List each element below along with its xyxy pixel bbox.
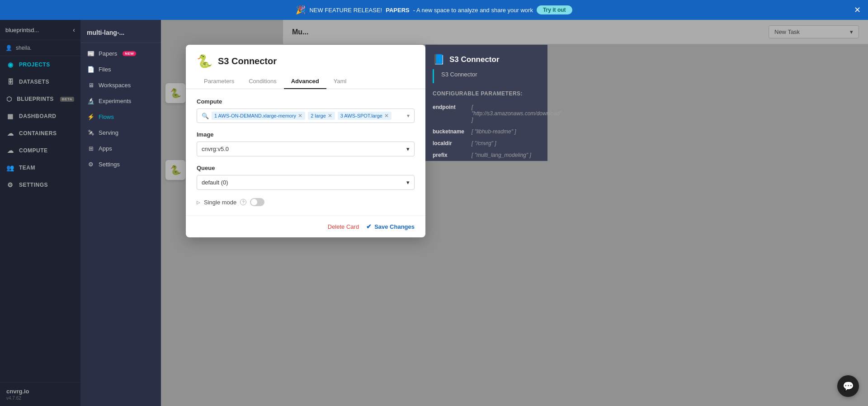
- save-changes-button[interactable]: ✔ Save Changes: [366, 223, 415, 230]
- sidebar-item-settings[interactable]: ⚙ SETTINGS: [0, 176, 80, 194]
- sidebar-item-label: SETTINGS: [19, 182, 48, 188]
- sidebar-item-dashboard[interactable]: ▦ DASHBOARD: [0, 108, 80, 125]
- second-sidebar-item-settings[interactable]: ⚙ Settings: [80, 156, 161, 172]
- queue-select[interactable]: default (0) ▾: [197, 175, 415, 190]
- flows-label: Flows: [99, 113, 114, 120]
- chevron-down-icon: ▾: [406, 179, 410, 186]
- sidebar-item-team[interactable]: 👥 TEAM: [0, 159, 80, 176]
- sidebar-item-datasets[interactable]: 🗄 DATASETS: [0, 73, 80, 90]
- compute-tag-2: 2 large ✕: [308, 112, 335, 120]
- new-badge: NEW: [123, 51, 136, 56]
- apps-label: Apps: [99, 145, 112, 152]
- try-it-out-button[interactable]: Try it out: [537, 5, 572, 14]
- param-name-prefix: prefix: [433, 152, 469, 158]
- banner-papers: PAPERS: [386, 7, 410, 14]
- image-value: cnvrg:v5.0: [202, 146, 229, 152]
- sidebar-item-label: TEAM: [19, 165, 35, 171]
- remove-tag-3[interactable]: ✕: [384, 113, 389, 119]
- modal-backdrop: 🐍 S3 Connector Parameters Conditions Adv…: [161, 20, 868, 406]
- help-icon[interactable]: ?: [240, 199, 246, 205]
- second-sidebar-header: multi-lang-...: [80, 25, 161, 43]
- param-endpoint: endpoint [ "http://s3.amazonaws.com/down…: [425, 101, 547, 126]
- right-panel-subtitle: S3 Connector: [433, 69, 540, 83]
- sidebar-nav: ◉ PROJECTS 🗄 DATASETS ⬡ BLUEPRINTS BETA …: [0, 56, 80, 382]
- banner-feature-text: NEW FEATURE RELEASE!: [309, 7, 382, 14]
- project-name: blueprintsd...: [5, 27, 39, 33]
- chat-icon: 💬: [843, 381, 854, 392]
- serving-label: Serving: [99, 129, 118, 136]
- papers-label: Papers: [99, 50, 117, 57]
- second-sidebar-item-experiments[interactable]: 🔬 Experiments: [80, 93, 161, 109]
- right-panel-header: 📘 S3 Connector: [425, 45, 547, 69]
- containers-icon: ☁: [6, 130, 14, 137]
- single-mode-row: ▷ Single mode ?: [197, 198, 415, 206]
- sidebar-item-compute[interactable]: ☁ COMPUTE: [0, 142, 80, 159]
- check-icon: ✔: [366, 223, 372, 230]
- chevron-down-icon: ▾: [406, 146, 410, 152]
- configurable-params-label: Configurable Parameters:: [425, 90, 547, 101]
- left-sidebar: blueprintsd... ‹ 👤 sheila. ◉ PROJECTS 🗄 …: [0, 20, 80, 406]
- param-bucketname: bucketname [ "libhub-readme" ]: [425, 126, 547, 137]
- sidebar-item-label: CONTAINERS: [19, 130, 57, 137]
- tab-parameters[interactable]: Parameters: [197, 74, 241, 89]
- right-panel-title: S3 Connector: [449, 55, 500, 64]
- chat-fab-button[interactable]: 💬: [837, 375, 859, 397]
- image-select[interactable]: cnvrg:v5.0 ▾: [197, 142, 415, 156]
- second-sidebar: multi-lang-... 📰 Papers NEW 📄 Files 🖥 Wo…: [80, 20, 161, 406]
- sidebar-collapse-button[interactable]: ‹: [73, 26, 75, 33]
- chevron-down-icon: ▾: [407, 113, 410, 119]
- tab-conditions[interactable]: Conditions: [241, 74, 283, 89]
- beta-badge: BETA: [60, 97, 74, 102]
- tab-yaml[interactable]: Yaml: [326, 74, 354, 89]
- sidebar-header: blueprintsd... ‹: [0, 20, 80, 40]
- settings-icon: ⚙: [87, 161, 95, 168]
- workspaces-icon: 🖥: [87, 82, 95, 89]
- dialog-title: S3 Connector: [218, 56, 277, 66]
- main-layout: blueprintsd... ‹ 👤 sheila. ◉ PROJECTS 🗄 …: [0, 20, 868, 406]
- papers-icon: 📰: [87, 50, 95, 57]
- param-prefix: prefix [ "multi_lang_modeling" ]: [425, 149, 547, 161]
- right-panel-icon: 📘: [433, 54, 445, 66]
- delete-card-button[interactable]: Delete Card: [328, 223, 359, 230]
- param-name-bucketname: bucketname: [433, 128, 469, 135]
- dialog-header: 🐍 S3 Connector: [186, 45, 425, 69]
- param-value-localdir: [ "/cnvrg" ]: [472, 140, 496, 146]
- tab-advanced[interactable]: Advanced: [284, 74, 326, 89]
- project-name-label: multi-lang-...: [87, 29, 124, 36]
- sidebar-item-label: PROJECTS: [19, 61, 50, 68]
- second-sidebar-item-serving[interactable]: 🛰 Serving: [80, 125, 161, 141]
- right-panel: 📘 S3 Connector S3 Connector Configurable…: [425, 45, 547, 161]
- close-banner-button[interactable]: ✕: [854, 5, 861, 15]
- workspaces-label: Workspaces: [99, 82, 131, 89]
- second-sidebar-item-papers[interactable]: 📰 Papers NEW: [80, 46, 161, 61]
- dialog-body: Compute 🔍 1 AWS-ON-DEMAND.xlarge-memory …: [186, 89, 425, 215]
- apps-icon: ⊞: [87, 145, 95, 152]
- party-icon: 🎉: [296, 5, 306, 15]
- remove-tag-1[interactable]: ✕: [298, 113, 302, 119]
- sidebar-item-label: DASHBOARD: [19, 113, 57, 119]
- sidebar-item-blueprints[interactable]: ⬡ BLUEPRINTS BETA: [0, 90, 80, 108]
- compute-tag-3: 3 AWS-SPOT.large ✕: [338, 112, 392, 120]
- compute-label: Compute: [197, 98, 415, 105]
- sidebar-logo: cnvrg.io: [6, 388, 74, 395]
- flows-icon: ⚡: [87, 113, 95, 120]
- remove-tag-2[interactable]: ✕: [328, 113, 332, 119]
- compute-selector[interactable]: 🔍 1 AWS-ON-DEMAND.xlarge-memory ✕ 2 larg…: [197, 109, 415, 123]
- experiments-icon: 🔬: [87, 98, 95, 104]
- second-sidebar-item-apps[interactable]: ⊞ Apps: [80, 141, 161, 156]
- second-sidebar-item-files[interactable]: 📄 Files: [80, 61, 161, 77]
- queue-value: default (0): [202, 179, 228, 186]
- username: sheila.: [16, 45, 32, 51]
- sidebar-item-projects[interactable]: ◉ PROJECTS: [0, 56, 80, 73]
- dialog: 🐍 S3 Connector Parameters Conditions Adv…: [186, 45, 425, 237]
- datasets-icon: 🗄: [6, 78, 14, 85]
- second-sidebar-item-workspaces[interactable]: 🖥 Workspaces: [80, 77, 161, 93]
- second-sidebar-item-flows[interactable]: ⚡ Flows: [80, 109, 161, 125]
- settings-icon: ⚙: [6, 181, 14, 189]
- sidebar-item-containers[interactable]: ☁ CONTAINERS: [0, 125, 80, 142]
- save-btn-label: Save Changes: [374, 223, 415, 230]
- param-localdir: localdir [ "/cnvrg" ]: [425, 137, 547, 149]
- image-label: Image: [197, 131, 415, 138]
- single-mode-toggle[interactable]: [250, 198, 264, 206]
- banner-desc: - A new space to analyze and share your …: [413, 7, 533, 14]
